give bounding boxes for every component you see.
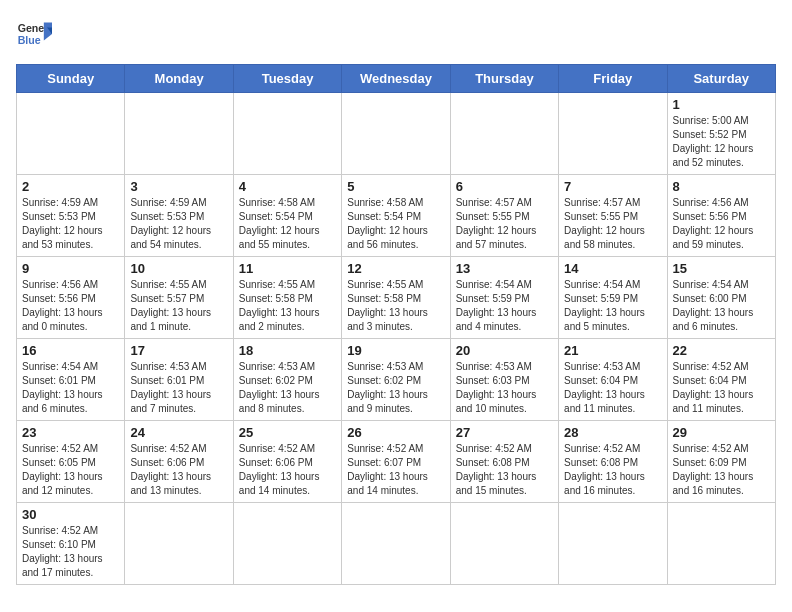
calendar-cell: 4Sunrise: 4:58 AM Sunset: 5:54 PM Daylig… <box>233 175 341 257</box>
day-info: Sunrise: 4:54 AM Sunset: 6:00 PM Dayligh… <box>673 278 770 334</box>
calendar-cell: 26Sunrise: 4:52 AM Sunset: 6:07 PM Dayli… <box>342 421 450 503</box>
day-info: Sunrise: 4:53 AM Sunset: 6:02 PM Dayligh… <box>347 360 444 416</box>
calendar-cell: 7Sunrise: 4:57 AM Sunset: 5:55 PM Daylig… <box>559 175 667 257</box>
day-number: 1 <box>673 97 770 112</box>
calendar-cell <box>667 503 775 585</box>
day-number: 10 <box>130 261 227 276</box>
calendar-cell: 8Sunrise: 4:56 AM Sunset: 5:56 PM Daylig… <box>667 175 775 257</box>
day-number: 15 <box>673 261 770 276</box>
calendar-cell <box>233 93 341 175</box>
day-number: 27 <box>456 425 553 440</box>
calendar-cell: 13Sunrise: 4:54 AM Sunset: 5:59 PM Dayli… <box>450 257 558 339</box>
day-number: 14 <box>564 261 661 276</box>
day-number: 24 <box>130 425 227 440</box>
calendar-cell: 23Sunrise: 4:52 AM Sunset: 6:05 PM Dayli… <box>17 421 125 503</box>
day-number: 19 <box>347 343 444 358</box>
day-info: Sunrise: 4:55 AM Sunset: 5:57 PM Dayligh… <box>130 278 227 334</box>
day-info: Sunrise: 4:58 AM Sunset: 5:54 PM Dayligh… <box>347 196 444 252</box>
calendar-cell: 5Sunrise: 4:58 AM Sunset: 5:54 PM Daylig… <box>342 175 450 257</box>
day-info: Sunrise: 4:53 AM Sunset: 6:01 PM Dayligh… <box>130 360 227 416</box>
calendar-cell: 27Sunrise: 4:52 AM Sunset: 6:08 PM Dayli… <box>450 421 558 503</box>
day-number: 17 <box>130 343 227 358</box>
day-number: 11 <box>239 261 336 276</box>
calendar-week-2: 2Sunrise: 4:59 AM Sunset: 5:53 PM Daylig… <box>17 175 776 257</box>
calendar-cell: 24Sunrise: 4:52 AM Sunset: 6:06 PM Dayli… <box>125 421 233 503</box>
day-number: 4 <box>239 179 336 194</box>
day-info: Sunrise: 4:53 AM Sunset: 6:02 PM Dayligh… <box>239 360 336 416</box>
day-info: Sunrise: 4:57 AM Sunset: 5:55 PM Dayligh… <box>564 196 661 252</box>
day-info: Sunrise: 4:54 AM Sunset: 5:59 PM Dayligh… <box>456 278 553 334</box>
day-info: Sunrise: 4:52 AM Sunset: 6:09 PM Dayligh… <box>673 442 770 498</box>
calendar-cell: 20Sunrise: 4:53 AM Sunset: 6:03 PM Dayli… <box>450 339 558 421</box>
day-number: 23 <box>22 425 119 440</box>
calendar-cell: 10Sunrise: 4:55 AM Sunset: 5:57 PM Dayli… <box>125 257 233 339</box>
calendar-cell: 14Sunrise: 4:54 AM Sunset: 5:59 PM Dayli… <box>559 257 667 339</box>
calendar-table: SundayMondayTuesdayWednesdayThursdayFrid… <box>16 64 776 585</box>
calendar-cell: 17Sunrise: 4:53 AM Sunset: 6:01 PM Dayli… <box>125 339 233 421</box>
calendar-cell: 3Sunrise: 4:59 AM Sunset: 5:53 PM Daylig… <box>125 175 233 257</box>
weekday-header-monday: Monday <box>125 65 233 93</box>
calendar-cell: 15Sunrise: 4:54 AM Sunset: 6:00 PM Dayli… <box>667 257 775 339</box>
weekday-header-wednesday: Wednesday <box>342 65 450 93</box>
calendar-cell: 22Sunrise: 4:52 AM Sunset: 6:04 PM Dayli… <box>667 339 775 421</box>
calendar-cell: 11Sunrise: 4:55 AM Sunset: 5:58 PM Dayli… <box>233 257 341 339</box>
weekday-header-row: SundayMondayTuesdayWednesdayThursdayFrid… <box>17 65 776 93</box>
calendar-cell: 6Sunrise: 4:57 AM Sunset: 5:55 PM Daylig… <box>450 175 558 257</box>
day-info: Sunrise: 4:55 AM Sunset: 5:58 PM Dayligh… <box>347 278 444 334</box>
day-info: Sunrise: 4:57 AM Sunset: 5:55 PM Dayligh… <box>456 196 553 252</box>
day-number: 28 <box>564 425 661 440</box>
calendar-cell <box>125 93 233 175</box>
day-number: 2 <box>22 179 119 194</box>
calendar-cell: 19Sunrise: 4:53 AM Sunset: 6:02 PM Dayli… <box>342 339 450 421</box>
day-info: Sunrise: 4:56 AM Sunset: 5:56 PM Dayligh… <box>22 278 119 334</box>
day-number: 16 <box>22 343 119 358</box>
day-info: Sunrise: 5:00 AM Sunset: 5:52 PM Dayligh… <box>673 114 770 170</box>
day-info: Sunrise: 4:54 AM Sunset: 6:01 PM Dayligh… <box>22 360 119 416</box>
calendar-cell <box>342 503 450 585</box>
calendar-cell <box>342 93 450 175</box>
calendar-cell <box>233 503 341 585</box>
calendar-cell <box>559 503 667 585</box>
day-info: Sunrise: 4:56 AM Sunset: 5:56 PM Dayligh… <box>673 196 770 252</box>
day-info: Sunrise: 4:59 AM Sunset: 5:53 PM Dayligh… <box>130 196 227 252</box>
page-header: General Blue <box>16 16 776 52</box>
day-number: 6 <box>456 179 553 194</box>
day-number: 8 <box>673 179 770 194</box>
svg-text:Blue: Blue <box>18 34 41 46</box>
weekday-header-tuesday: Tuesday <box>233 65 341 93</box>
weekday-header-thursday: Thursday <box>450 65 558 93</box>
day-info: Sunrise: 4:52 AM Sunset: 6:05 PM Dayligh… <box>22 442 119 498</box>
day-info: Sunrise: 4:54 AM Sunset: 5:59 PM Dayligh… <box>564 278 661 334</box>
day-info: Sunrise: 4:52 AM Sunset: 6:08 PM Dayligh… <box>564 442 661 498</box>
day-info: Sunrise: 4:53 AM Sunset: 6:03 PM Dayligh… <box>456 360 553 416</box>
calendar-cell: 21Sunrise: 4:53 AM Sunset: 6:04 PM Dayli… <box>559 339 667 421</box>
calendar-cell <box>450 503 558 585</box>
day-number: 22 <box>673 343 770 358</box>
day-number: 25 <box>239 425 336 440</box>
day-info: Sunrise: 4:55 AM Sunset: 5:58 PM Dayligh… <box>239 278 336 334</box>
calendar-cell <box>125 503 233 585</box>
day-info: Sunrise: 4:52 AM Sunset: 6:08 PM Dayligh… <box>456 442 553 498</box>
day-info: Sunrise: 4:52 AM Sunset: 6:10 PM Dayligh… <box>22 524 119 580</box>
calendar-cell: 1Sunrise: 5:00 AM Sunset: 5:52 PM Daylig… <box>667 93 775 175</box>
calendar-cell <box>450 93 558 175</box>
day-info: Sunrise: 4:52 AM Sunset: 6:04 PM Dayligh… <box>673 360 770 416</box>
day-info: Sunrise: 4:53 AM Sunset: 6:04 PM Dayligh… <box>564 360 661 416</box>
day-number: 13 <box>456 261 553 276</box>
calendar-cell: 12Sunrise: 4:55 AM Sunset: 5:58 PM Dayli… <box>342 257 450 339</box>
calendar-cell: 28Sunrise: 4:52 AM Sunset: 6:08 PM Dayli… <box>559 421 667 503</box>
day-number: 30 <box>22 507 119 522</box>
day-number: 12 <box>347 261 444 276</box>
calendar-week-1: 1Sunrise: 5:00 AM Sunset: 5:52 PM Daylig… <box>17 93 776 175</box>
logo: General Blue <box>16 16 52 52</box>
day-number: 29 <box>673 425 770 440</box>
calendar-week-4: 16Sunrise: 4:54 AM Sunset: 6:01 PM Dayli… <box>17 339 776 421</box>
calendar-week-5: 23Sunrise: 4:52 AM Sunset: 6:05 PM Dayli… <box>17 421 776 503</box>
day-info: Sunrise: 4:52 AM Sunset: 6:07 PM Dayligh… <box>347 442 444 498</box>
day-info: Sunrise: 4:58 AM Sunset: 5:54 PM Dayligh… <box>239 196 336 252</box>
calendar-cell: 2Sunrise: 4:59 AM Sunset: 5:53 PM Daylig… <box>17 175 125 257</box>
calendar-cell <box>17 93 125 175</box>
calendar-cell: 30Sunrise: 4:52 AM Sunset: 6:10 PM Dayli… <box>17 503 125 585</box>
day-number: 9 <box>22 261 119 276</box>
generalblue-logo-icon: General Blue <box>16 16 52 52</box>
